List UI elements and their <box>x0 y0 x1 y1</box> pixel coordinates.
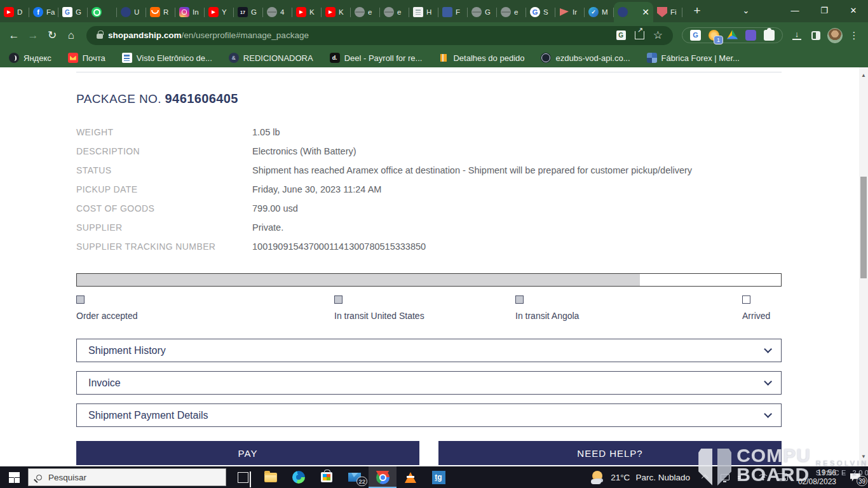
kebab-menu-icon[interactable]: ⋮ <box>845 27 863 44</box>
address-bar[interactable]: shopandship.com/en/userprofile#manage_pa… <box>86 26 673 45</box>
start-button[interactable] <box>0 466 28 488</box>
omnibox-actions: G ☆ <box>616 29 667 42</box>
accordion-header[interactable]: Invoice <box>76 371 782 395</box>
pay-button[interactable]: PAY <box>76 441 419 465</box>
browser-tab[interactable]: e <box>497 2 526 22</box>
browser-tab[interactable]: K <box>322 2 351 22</box>
browser-tab[interactable]: Fa <box>29 2 58 22</box>
chrome-button[interactable] <box>369 466 397 488</box>
profile-avatar[interactable] <box>826 27 844 44</box>
weather-widget[interactable]: 21°C Parc. Nublado <box>585 470 696 484</box>
file-explorer-button[interactable] <box>257 466 285 488</box>
translate-extension-icon[interactable]: G <box>690 30 701 41</box>
lock-icon[interactable] <box>97 34 103 39</box>
browser-tab[interactable] <box>88 2 117 22</box>
browser-tab[interactable]: F <box>438 2 468 22</box>
browser-tab[interactable]: H <box>409 2 438 22</box>
network-tray-button[interactable] <box>754 466 773 488</box>
bookmark-item[interactable]: Detalhes do pedido <box>438 53 524 63</box>
tab-search-icon[interactable]: ⌄ <box>728 6 764 15</box>
detail-value: Electronics (With Battery) <box>252 146 356 156</box>
browser-tab[interactable]: M <box>585 2 614 22</box>
browser-tab[interactable]: In <box>175 2 205 22</box>
bookmark-star-icon[interactable]: ☆ <box>653 29 663 42</box>
bookmark-item[interactable]: Visto Eletrônico de... <box>122 53 212 63</box>
browser-tab[interactable]: G <box>58 2 88 22</box>
extension-icon-purple[interactable] <box>745 30 756 41</box>
checkpoint: In transit United States <box>334 295 515 321</box>
share-icon[interactable] <box>635 31 644 39</box>
new-tab-button[interactable]: + <box>689 3 705 19</box>
downloads-icon[interactable]: ↓ <box>788 27 806 44</box>
taskbar-clock[interactable]: 19:56 02/08/2023 <box>792 468 843 486</box>
bookmark-item[interactable]: Почта <box>68 53 105 63</box>
google-drive-icon[interactable] <box>727 30 738 41</box>
mail-button[interactable]: 22 <box>341 466 369 488</box>
bookmark-item[interactable]: d. Deel - Payroll for re... <box>330 53 423 63</box>
bookmark-item[interactable]: Fábrica Forex | Mer... <box>647 53 740 63</box>
minimize-button[interactable]: — <box>780 6 810 15</box>
edge-icon <box>292 471 305 484</box>
browser-tab[interactable]: 4 <box>263 2 292 22</box>
checkpoint: Order accepted <box>76 295 334 321</box>
store-button[interactable] <box>313 466 341 488</box>
accordion-header[interactable]: Shipment Payment Details <box>76 403 782 427</box>
extensions-puzzle-icon[interactable] <box>764 30 775 41</box>
checkpoint-checkbox[interactable] <box>76 295 85 304</box>
browser-tab[interactable]: S <box>526 2 555 22</box>
checkpoint-checkbox[interactable] <box>742 295 750 304</box>
display-tray-button[interactable] <box>715 466 735 488</box>
browser-tab[interactable]: G <box>234 2 263 22</box>
browser-tab[interactable]: U <box>117 2 146 22</box>
browser-tab[interactable]: ✕ <box>614 2 653 22</box>
translate-icon[interactable]: G <box>616 30 626 40</box>
browser-tab[interactable]: Y <box>205 2 234 22</box>
tab-favicon-icon <box>62 7 72 17</box>
task-view-button[interactable] <box>229 466 257 488</box>
vlc-button[interactable] <box>397 466 424 488</box>
edge-button[interactable] <box>285 466 313 488</box>
accordion-header[interactable]: Shipment History <box>76 339 782 362</box>
browser-tab[interactable]: R <box>146 2 175 22</box>
chevron-down-icon <box>764 410 772 418</box>
browser-tab[interactable]: G <box>468 2 497 22</box>
action-center-button[interactable]: 39 <box>843 466 868 488</box>
url-path: /en/userprofile#manage_package <box>182 30 309 40</box>
extension-icon-orange[interactable]: 1 <box>709 30 719 41</box>
checkpoint-checkbox[interactable] <box>515 295 524 304</box>
taskbar-search-input[interactable]: Pesquisar <box>28 468 226 486</box>
tray-expand-button[interactable] <box>696 466 715 488</box>
page-scrollbar[interactable]: ▲ ▼ <box>859 67 868 466</box>
power-tray-button[interactable] <box>735 466 754 488</box>
scrollbar-thumb[interactable] <box>860 177 867 278</box>
reload-icon[interactable]: ↻ <box>43 27 61 44</box>
close-tab-icon[interactable]: ✕ <box>642 8 649 17</box>
browser-tab[interactable]: K <box>292 2 322 22</box>
checkpoint-label: Arrived <box>742 311 782 321</box>
mail-badge: 22 <box>356 477 367 486</box>
checkpoint-checkbox[interactable] <box>334 295 342 304</box>
tab-title: Fa <box>46 8 55 16</box>
keyboard-tray-button[interactable] <box>773 466 792 488</box>
close-window-button[interactable]: ✕ <box>839 6 868 15</box>
window-controls: ⌄ — ❐ ✕ <box>728 0 868 21</box>
browser-tab[interactable]: e <box>351 2 380 22</box>
browser-tab[interactable]: D <box>0 2 29 22</box>
home-icon[interactable]: ⌂ <box>62 27 80 44</box>
bookmark-item[interactable]: ezdubs-vod-api.co... <box>541 53 630 63</box>
browser-tab[interactable]: Fi <box>653 2 682 22</box>
forward-icon[interactable]: → <box>24 27 42 44</box>
scroll-down-icon[interactable]: ▼ <box>859 452 868 461</box>
shipment-checkpoints: Order accepted In transit United States … <box>76 295 782 321</box>
telegram-button[interactable]: tg <box>424 466 452 488</box>
maximize-button[interactable]: ❐ <box>810 6 839 15</box>
bookmark-item[interactable]: REDICIONADORA <box>229 53 313 63</box>
browser-tab[interactable]: Ir <box>555 2 585 22</box>
bookmark-label: Deel - Payroll for re... <box>344 53 423 63</box>
need-help-button[interactable]: NEED HELP? <box>438 441 782 465</box>
back-icon[interactable]: ← <box>5 27 23 44</box>
scroll-up-icon[interactable]: ▲ <box>859 71 868 80</box>
side-panel-icon[interactable] <box>807 27 825 44</box>
bookmark-item[interactable]: Яндекс <box>9 53 51 63</box>
browser-tab[interactable]: e <box>380 2 409 22</box>
